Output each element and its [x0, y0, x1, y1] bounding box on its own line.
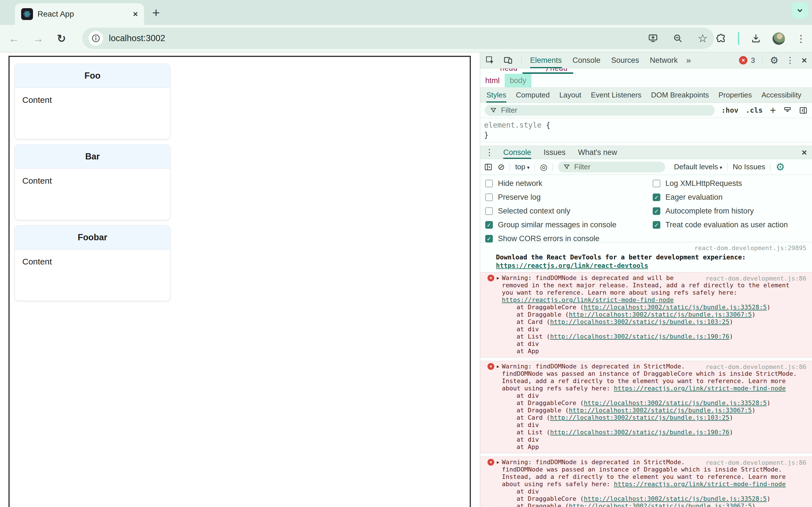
- setting-eager-evaluation[interactable]: ✓Eager evaluation: [653, 190, 788, 204]
- expand-caret-icon[interactable]: ▶: [497, 363, 499, 370]
- toggle-sidebar-icon[interactable]: [799, 106, 808, 115]
- setting-selected-context-only[interactable]: Selected context only: [485, 204, 616, 218]
- styles-tab-computed[interactable]: Computed: [516, 88, 550, 103]
- devtools-settings-gear-icon[interactable]: ⚙: [770, 55, 778, 65]
- drawer-tab-issues[interactable]: Issues: [544, 146, 566, 159]
- expand-caret-icon[interactable]: ▶: [497, 274, 499, 282]
- more-tabs-icon[interactable]: »: [686, 52, 691, 68]
- forward-icon[interactable]: →: [33, 33, 43, 44]
- devtools-close-icon[interactable]: ×: [802, 56, 807, 65]
- card-bar[interactable]: BarContent: [15, 145, 170, 220]
- console-link[interactable]: https://reactjs.org/link/strict-mode-fin…: [614, 385, 785, 392]
- error-badge-icon[interactable]: ×: [739, 56, 748, 64]
- device-toolbar-icon[interactable]: [503, 55, 513, 65]
- breadcrumb-html[interactable]: html: [480, 74, 505, 87]
- console-link[interactable]: http://localhost:3002/static/js/bundle.j…: [569, 311, 752, 318]
- issues-counter[interactable]: No Issues: [733, 163, 765, 171]
- checkbox-icon[interactable]: ✓: [653, 207, 660, 215]
- console-link[interactable]: http://localhost:3002/static/js/bundle.j…: [550, 318, 729, 325]
- checkbox-icon[interactable]: ✓: [653, 221, 660, 229]
- card-foobar[interactable]: FoobarContent: [15, 225, 170, 301]
- styles-tab-properties[interactable]: Properties: [718, 88, 752, 103]
- source-location[interactable]: react-dom.development.js:29895: [695, 244, 806, 251]
- rendering-brush-icon[interactable]: [783, 106, 792, 115]
- live-expression-icon[interactable]: ◎: [540, 163, 547, 171]
- tab-elements[interactable]: Elements: [530, 52, 562, 68]
- checkbox-icon[interactable]: ✓: [485, 235, 493, 242]
- console-settings-gear-icon[interactable]: ⚙: [776, 162, 784, 172]
- console-link[interactable]: http://localhost:3002/static/js/bundle.j…: [583, 304, 767, 311]
- bookmark-star-icon[interactable]: ☆: [698, 33, 708, 44]
- drawer-tab-what-s-new[interactable]: What's new: [578, 146, 617, 159]
- console-link[interactable]: http://localhost:3002/static/js/bundle.j…: [569, 407, 752, 414]
- reload-icon[interactable]: ↻: [57, 33, 66, 44]
- inspect-element-icon[interactable]: [485, 55, 495, 65]
- console-link[interactable]: https://reactjs.org/link/strict-mode-fin…: [502, 296, 673, 303]
- styles-tab-dom-breakpoints[interactable]: DOM Breakpoints: [651, 88, 709, 103]
- styles-tab-layout[interactable]: Layout: [559, 88, 581, 103]
- tab-search-chevron-button[interactable]: [792, 2, 808, 18]
- warning-line: at Draggable (http://localhost:3002/stat…: [488, 503, 806, 507]
- setting-log-xmlhttprequests[interactable]: Log XMLHttpRequests: [653, 177, 788, 190]
- element-style-section[interactable]: element.style { }: [480, 118, 812, 142]
- card-foo[interactable]: FooContent: [15, 64, 170, 139]
- devtools-kebab-icon[interactable]: ⋮: [786, 56, 794, 64]
- drawer-kebab-icon[interactable]: ⋮: [485, 148, 494, 157]
- log-levels-dropdown[interactable]: Default levels▾: [674, 163, 722, 171]
- back-icon[interactable]: ←: [8, 33, 19, 44]
- console-link[interactable]: http://localhost:3002/static/js/bundle.j…: [569, 503, 752, 507]
- url-text[interactable]: localhost:3002: [109, 33, 165, 43]
- new-style-rule-icon[interactable]: +: [770, 105, 776, 115]
- tab-close-icon[interactable]: ×: [133, 10, 138, 18]
- source-location[interactable]: react-dom.development.js:86: [705, 363, 806, 371]
- console-link[interactable]: http://localhost:3002/static/js/bundle.j…: [583, 399, 767, 406]
- source-location[interactable]: react-dom.development.js:86: [705, 459, 806, 466]
- checkbox-icon[interactable]: [485, 193, 493, 201]
- checkbox-icon[interactable]: ✓: [653, 193, 660, 201]
- console-sidebar-toggle-icon[interactable]: [484, 163, 493, 171]
- tab-console[interactable]: Console: [573, 52, 601, 68]
- checkbox-icon[interactable]: ✓: [485, 221, 493, 229]
- zoom-out-icon[interactable]: [673, 33, 683, 43]
- breadcrumb-body[interactable]: body: [505, 74, 531, 87]
- console-link[interactable]: http://localhost:3002/static/js/bundle.j…: [550, 429, 729, 436]
- setting-group-similar-messages-in-console[interactable]: ✓Group similar messages in console: [485, 218, 616, 232]
- styles-tab-styles[interactable]: Styles: [486, 88, 506, 103]
- console-link[interactable]: http://localhost:3002/static/js/bundle.j…: [550, 333, 729, 340]
- error-count[interactable]: 3: [751, 56, 755, 65]
- source-location[interactable]: react-dom.development.js:86: [705, 275, 806, 282]
- console-link[interactable]: http://localhost:3002/static/js/bundle.j…: [550, 414, 729, 421]
- tab-network[interactable]: Network: [650, 52, 678, 68]
- console-filter-input[interactable]: Filter: [558, 162, 665, 172]
- browser-tab[interactable]: React App ×: [15, 3, 144, 25]
- styles-filter-input[interactable]: Filter: [485, 105, 715, 116]
- console-link[interactable]: https://reactjs.org/link/strict-mode-fin…: [614, 481, 785, 488]
- styles-tab-event-listeners[interactable]: Event Listeners: [591, 88, 642, 103]
- setting-autocomplete-from-history[interactable]: ✓Autocomplete from history: [653, 204, 788, 218]
- browser-menu-kebab-icon[interactable]: ⋮: [796, 34, 806, 43]
- console-link[interactable]: https://reactjs.org/link/react-devtools: [496, 262, 648, 269]
- clear-console-icon[interactable]: ⊘: [498, 163, 505, 171]
- install-app-icon[interactable]: [648, 33, 658, 43]
- context-selector[interactable]: top▾: [515, 163, 529, 171]
- tab-sources[interactable]: Sources: [611, 52, 639, 68]
- checkbox-icon[interactable]: [653, 180, 660, 187]
- toggle-hover-button[interactable]: :hov: [721, 106, 739, 114]
- new-tab-icon[interactable]: +: [152, 5, 160, 20]
- console-link[interactable]: http://localhost:3002/static/js/bundle.j…: [583, 495, 767, 502]
- expand-caret-icon[interactable]: ▶: [497, 459, 499, 466]
- drawer-tab-console[interactable]: Console: [503, 146, 531, 159]
- checkbox-icon[interactable]: [485, 207, 493, 215]
- downloads-icon[interactable]: [751, 33, 761, 44]
- profile-avatar[interactable]: [772, 33, 785, 45]
- site-info-icon[interactable]: [89, 31, 103, 46]
- address-bar[interactable]: localhost:3002 ☆: [82, 27, 714, 49]
- drawer-close-icon[interactable]: ×: [802, 148, 807, 157]
- setting-treat-code-evaluation-as-user-action[interactable]: ✓Treat code evaluation as user action: [653, 218, 788, 232]
- setting-hide-network[interactable]: Hide network: [485, 177, 616, 190]
- setting-preserve-log[interactable]: Preserve log: [485, 190, 616, 204]
- extensions-puzzle-icon[interactable]: [716, 33, 726, 44]
- styles-tab-accessibility[interactable]: Accessibility: [762, 88, 802, 103]
- checkbox-icon[interactable]: [485, 180, 493, 187]
- toggle-class-button[interactable]: .cls: [746, 106, 763, 114]
